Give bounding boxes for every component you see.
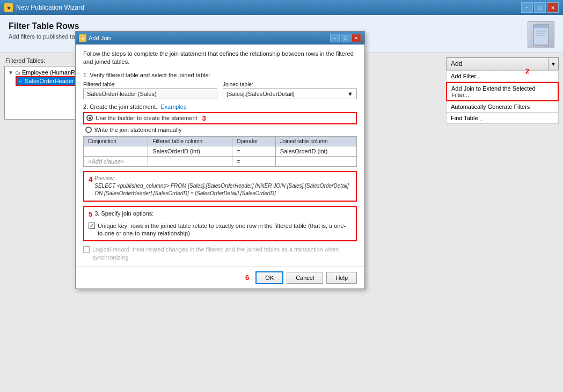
tables-row: Filtered table: SalesOrderHeader (Sales)… <box>83 82 357 99</box>
right-panel: Add ▼ Add Filter... Add Join to Extend t… <box>446 57 559 383</box>
add-join-menu-item[interactable]: Add Join to Extend the Selected Filter..… <box>446 82 559 101</box>
radio-use-builder-label: Use the builder to create the statement <box>96 115 198 121</box>
add-main-button[interactable]: Add <box>446 57 548 70</box>
unique-key-label: Unique key: rows in the joined table rel… <box>98 222 352 238</box>
main-window: Filter Table Rows Add filters to publish… <box>0 15 563 392</box>
filtered-table-label: Filtered table: <box>83 82 217 87</box>
dialog-title: Add Join <box>89 35 112 41</box>
join-row-1: SalesOrderID (int) = SalesOrderID (int) <box>84 146 357 156</box>
step2-header: 2. Create the join statement. Examples <box>83 103 357 110</box>
examples-link[interactable]: Examples <box>160 103 186 110</box>
step3-label: 3. Specify join options: <box>94 210 153 217</box>
col-joined-col: Joined table column <box>275 136 356 146</box>
add-join-dialog: ★ Add Join − □ ✕ Follow the steps to com… <box>75 31 365 289</box>
add-dropdown-arrow[interactable]: ▼ <box>548 57 559 70</box>
join-table: Conjunction Filtered table column Operat… <box>83 136 357 167</box>
step1-label: 1. Verify filtered table and select the … <box>83 72 357 78</box>
dialog-footer: 6 OK Cancel Help <box>76 267 364 289</box>
window-title: New Publication Wizard <box>16 4 84 11</box>
ok-button[interactable]: OK <box>255 271 283 284</box>
close-button[interactable]: ✕ <box>547 2 559 13</box>
row2-filtered-col <box>148 156 232 166</box>
row2-add-clause[interactable]: <Add clause> <box>84 156 148 166</box>
add-button-group: Add ▼ Add Filter... Add Join to Extend t… <box>446 57 559 124</box>
step-number-3: 3 <box>202 114 206 122</box>
preview-box: 4 Preview: SELECT <published_columns> FR… <box>83 171 357 202</box>
step-number-4: 4 <box>89 175 92 183</box>
joined-table-label: Joined table: <box>223 82 357 87</box>
radio-write-manually[interactable]: Write the join statement manually <box>83 125 357 134</box>
options-box: 5 3. Specify join options: Unique key: r… <box>83 206 357 242</box>
auto-generate-menu-item[interactable]: Automatically Generate Filters <box>446 101 559 113</box>
row1-conjunction <box>84 146 148 156</box>
minimize-button[interactable]: − <box>521 2 533 13</box>
wizard-icon <box>528 21 554 48</box>
row2-operator: = <box>232 156 276 166</box>
dialog-body: Follow the steps to complete the join st… <box>76 45 364 267</box>
step-number-5: 5 <box>89 210 92 218</box>
find-table-menu-item[interactable]: Find Table _ <box>446 113 559 124</box>
svg-rect-1 <box>533 25 549 28</box>
dialog-minimize[interactable]: − <box>330 34 340 42</box>
filtered-table-value: SalesOrderHeader (Sales) <box>83 88 217 99</box>
help-button[interactable]: Help <box>326 272 357 284</box>
step-number-2: 2 <box>525 67 529 75</box>
page-title: Filter Table Rows <box>9 21 215 31</box>
preview-label: Preview: <box>94 175 352 181</box>
radio-group: Use the builder to create the statement … <box>83 112 357 134</box>
radio-write-manually-label: Write the join statement manually <box>94 127 181 133</box>
unique-key-option: Unique key: rows in the joined table rel… <box>89 222 352 238</box>
row1-joined-col: SalesOrderID (int) <box>275 146 356 156</box>
col-filtered-col: Filtered table column <box>148 136 232 146</box>
dialog-icon: ★ <box>79 34 86 42</box>
title-bar: ★ New Publication Wizard − □ ✕ <box>0 0 563 15</box>
radio-use-builder[interactable]: Use the builder to create the statement … <box>83 112 357 124</box>
cancel-button[interactable]: Cancel <box>287 272 323 284</box>
step-number-6: 6 <box>245 273 249 282</box>
logical-record-label: Logical record: treat related changes in… <box>92 246 357 261</box>
dialog-controls: − □ ✕ <box>330 34 361 42</box>
logical-record-option: Logical record: treat related changes in… <box>83 246 357 261</box>
dialog-maximize[interactable]: □ <box>341 34 350 42</box>
table-icon: 🗂 <box>15 70 20 76</box>
expand-icon: ▼ <box>8 70 13 76</box>
row2-joined-col <box>275 156 356 166</box>
add-dropdown-menu: Add Filter... Add Join to Extend the Sel… <box>446 70 559 124</box>
title-bar-left: ★ New Publication Wizard <box>4 3 84 12</box>
row1-operator: = <box>232 146 276 156</box>
dialog-title-left: ★ Add Join <box>79 34 112 42</box>
col-operator: Operator <box>232 136 276 146</box>
app-icon: ★ <box>4 3 13 12</box>
row1-filtered-col: SalesOrderID (int) <box>148 146 232 156</box>
dropdown-arrow-icon: ▼ <box>347 91 353 97</box>
dialog-title-bar: ★ Add Join − □ ✕ <box>76 32 364 45</box>
add-filter-menu-item[interactable]: Add Filter... <box>446 70 559 82</box>
title-bar-controls: − □ ✕ <box>521 2 559 13</box>
radio-use-builder-input[interactable] <box>86 115 93 121</box>
dialog-close[interactable]: ✕ <box>352 34 361 42</box>
logical-record-checkbox[interactable] <box>83 246 90 253</box>
dialog-intro: Follow the steps to complete the join st… <box>83 50 357 66</box>
col-conjunction: Conjunction <box>84 136 148 146</box>
joined-table-col: Joined table: [Sales].[SalesOrderDetail]… <box>223 82 357 99</box>
preview-text: SELECT <published_columns> FROM [Sales].… <box>94 182 352 197</box>
join-row-2: <Add clause> = <box>84 156 357 166</box>
unique-key-checkbox[interactable] <box>89 223 95 229</box>
radio-write-manually-input[interactable] <box>85 127 92 133</box>
split-button: Add ▼ <box>446 57 559 70</box>
step2-section: 2. Create the join statement. Examples U… <box>83 103 357 167</box>
maximize-button[interactable]: □ <box>534 2 546 13</box>
filtered-table-col: Filtered table: SalesOrderHeader (Sales) <box>83 82 217 99</box>
joined-table-dropdown[interactable]: [Sales].[SalesOrderDetail] ▼ <box>223 88 357 99</box>
join-icon: ↔ <box>18 78 23 84</box>
